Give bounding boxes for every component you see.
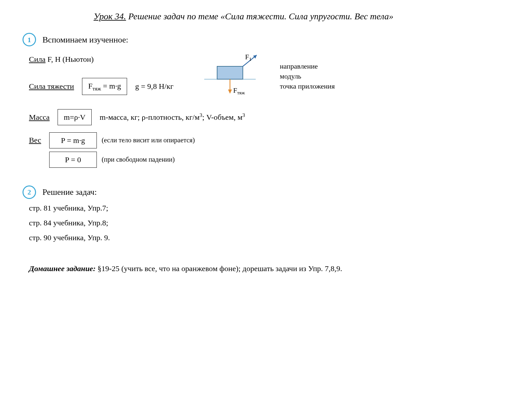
- weight-note2: (при свободном падении): [102, 155, 175, 165]
- lesson-title: Урок 34. Решение задач по теме «Сила тяж…: [23, 10, 464, 23]
- diagram-ftag-label: Fтяж: [233, 85, 245, 97]
- mass-desc: m-масса, кг; ρ-плотность, кг/м3; V-объем…: [100, 111, 245, 123]
- gravity-formula-box: Fтяж = m·g: [82, 78, 127, 95]
- force-desc: F, Н (Ньютон): [45, 55, 94, 63]
- section-marker-1: 1: [23, 33, 36, 46]
- gravity-F: F: [88, 82, 92, 90]
- homework-label: Домашнее задание:: [29, 264, 96, 273]
- section-marker-2: 2: [23, 185, 36, 199]
- force-properties-list: направление модуль точка приложения: [280, 61, 335, 91]
- weight-formula1-box: P = m·g: [49, 132, 97, 148]
- gravity-label: Сила тяжести: [29, 80, 74, 92]
- force-label: Сила: [29, 55, 45, 63]
- gravity-sub: тяж: [93, 86, 101, 92]
- task-item: стр. 90 учебника, Упр. 9.: [29, 232, 464, 243]
- force-note-direction: направление: [280, 61, 335, 71]
- weight-note1: (если тело висит или опирается): [102, 135, 195, 146]
- section-heading: Вспоминаем изученное:: [42, 33, 128, 46]
- svg-marker-5: [228, 90, 232, 94]
- gravity-rest: = m·g: [101, 82, 121, 90]
- section-heading-2: Решение задач:: [42, 186, 97, 198]
- force-note-module: модуль: [280, 71, 335, 81]
- homework-block: Домашнее задание: §19-25 (учить все, что…: [29, 263, 464, 274]
- g-value: g = 9,8 Н/кг: [135, 80, 173, 92]
- force-diagram: F1 Fтяж: [198, 53, 272, 95]
- mass-label: Масса: [29, 111, 50, 123]
- lesson-topic: Решение задач по теме «Сила тяжести. Сил…: [126, 11, 393, 21]
- svg-marker-3: [253, 55, 257, 59]
- task-item: стр. 84 учебника, Упр.8;: [29, 217, 464, 229]
- mass-formula-box: m=ρ·V: [58, 109, 92, 125]
- task-item: стр. 81 учебника, Упр.7;: [29, 202, 464, 214]
- diagram-f1-label: F1: [245, 52, 252, 63]
- force-note-point: точка приложения: [280, 81, 335, 91]
- svg-rect-1: [217, 66, 243, 79]
- lesson-number: Урок 34.: [94, 11, 126, 21]
- weight-formula2-box: P = 0: [49, 152, 97, 168]
- homework-text: §19-25 (учить все, что на оранжевом фоне…: [96, 264, 342, 273]
- weight-label: Вес: [29, 134, 41, 146]
